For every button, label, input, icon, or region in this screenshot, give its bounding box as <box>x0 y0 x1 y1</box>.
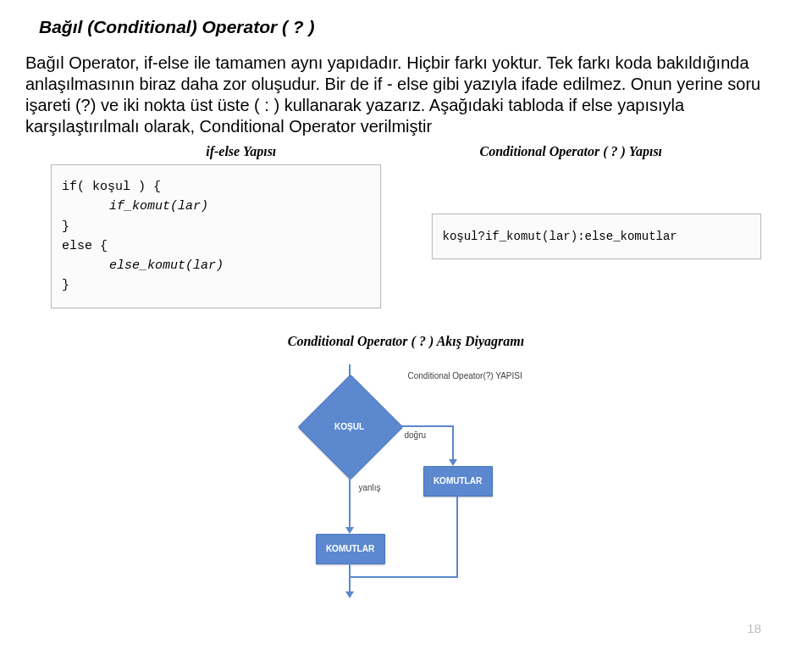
arrow-icon <box>345 591 354 598</box>
arrow-icon <box>345 527 354 534</box>
header-conditional: Conditional Operator ( ? ) Yapısı <box>406 144 737 159</box>
label-false: yanlış <box>359 483 381 492</box>
code-boxes-row: if( koşul ) { if_komut(lar) } else { els… <box>25 164 787 308</box>
flow-line <box>456 495 458 576</box>
code-line: if( koşul ) { <box>62 177 370 197</box>
diagram-title: Conditional Operator ( ? ) Akış Diyagram… <box>25 334 787 349</box>
flowchart: Conditional Opeator(?) YAPISI KOŞUL doğr… <box>220 356 593 602</box>
flow-line <box>349 576 458 578</box>
flow-line <box>452 425 454 461</box>
process-node-false: KOMUTLAR <box>316 534 385 564</box>
ifelse-code-box: if( koşul ) { if_komut(lar) } else { els… <box>51 164 381 308</box>
flowchart-caption: Conditional Opeator(?) YAPISI <box>408 371 522 380</box>
flow-line <box>349 563 351 576</box>
decision-label: KOŞUL <box>334 421 364 430</box>
table-headers: if-else Yapısı Conditional Operator ( ? … <box>25 144 787 159</box>
code-line: else_komut(lar) <box>62 256 370 275</box>
code-line: else { <box>62 236 370 256</box>
decision-node: KOŞUL <box>313 390 386 463</box>
process-node-true: KOMUTLAR <box>423 466 493 497</box>
code-line: koşul?if_komut(lar):else_komutlar <box>443 230 751 243</box>
label-true: doğru <box>405 430 427 440</box>
code-line: if_komut(lar) <box>62 197 370 216</box>
page-number: 18 <box>747 621 761 636</box>
intro-paragraph: Bağıl Operator, if-else ile tamamen aynı… <box>25 53 787 137</box>
conditional-code-box: koşul?if_komut(lar):else_komutlar <box>432 214 762 259</box>
header-ifelse: if-else Yapısı <box>76 144 406 159</box>
code-line: } <box>62 217 370 236</box>
flow-line <box>349 463 351 529</box>
arrow-icon <box>449 459 457 466</box>
flow-line <box>386 425 452 427</box>
page-title: Bağıl (Conditional) Operator ( ? ) <box>25 17 787 37</box>
flow-line <box>349 576 351 593</box>
code-line: } <box>62 275 370 295</box>
